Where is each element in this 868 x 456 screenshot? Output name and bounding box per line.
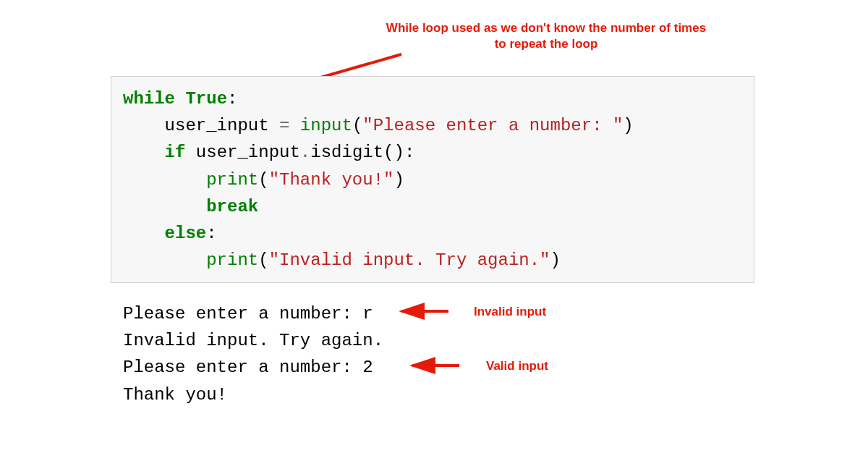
arrow-valid <box>0 0 868 456</box>
annotation-valid: Valid input <box>486 359 548 373</box>
